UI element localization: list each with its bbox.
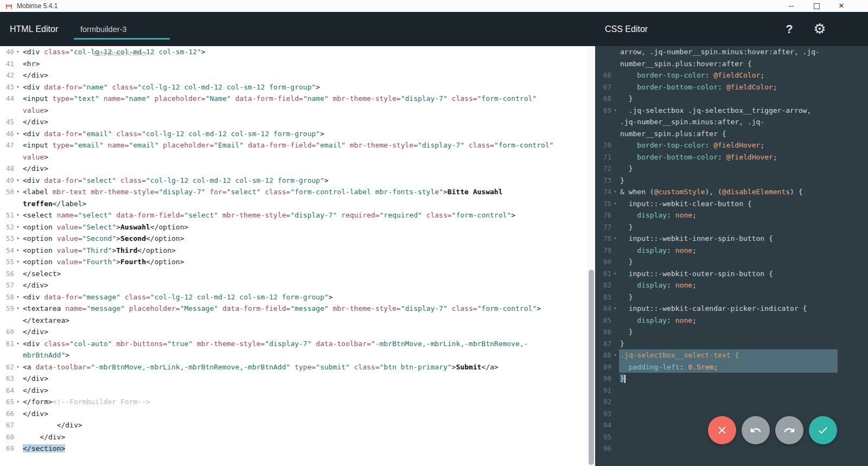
fold-spacer	[14, 198, 22, 210]
code-line: </select>	[22, 268, 588, 280]
redo-button[interactable]	[775, 416, 803, 444]
fold-spacer	[611, 279, 619, 291]
fold-spacer	[611, 326, 619, 338]
code-line: </div>	[22, 431, 588, 443]
fold-spacer	[14, 268, 22, 280]
gutter: 67	[595, 81, 619, 93]
fold-arrow-icon[interactable]: ▾	[611, 105, 619, 117]
close-window-button[interactable]: ✕	[829, 0, 854, 12]
code-line: }	[619, 373, 838, 385]
line-number: 90	[595, 373, 611, 385]
scrollbar-thumb[interactable]	[589, 270, 594, 465]
line-number: 43	[0, 81, 14, 93]
fold-arrow-icon[interactable]: ▾	[14, 291, 22, 303]
code-line: <input type="text" name="name" placehold…	[22, 93, 588, 105]
code-row: 50▾<label mbr-text mbr-theme-style="disp…	[0, 186, 588, 198]
code-row: 91	[595, 385, 868, 397]
fold-arrow-icon[interactable]: ▾	[14, 221, 22, 233]
fold-arrow-icon[interactable]: ▾	[611, 186, 619, 198]
line-number: 94	[595, 419, 611, 431]
code-line: input::-webkit-calendar-picker-indicator…	[619, 303, 838, 315]
line-number: 66	[0, 408, 14, 420]
tab-label: formbuilder-3	[80, 25, 126, 34]
gutter: 84▾	[595, 303, 619, 315]
fold-arrow-icon[interactable]: ▾	[14, 396, 22, 408]
header: HTML Editor formbuilder-3 CSS Editor ? ⚙	[0, 12, 868, 46]
fold-arrow-icon[interactable]: ▾	[14, 175, 22, 187]
fold-arrow-icon[interactable]: ▾	[14, 46, 22, 58]
code-row: 44<input type="text" name="name" placeho…	[0, 93, 588, 105]
fold-arrow-icon[interactable]: ▾	[611, 198, 619, 210]
gutter: 75▾	[595, 198, 619, 210]
fold-spacer	[611, 139, 619, 151]
line-number: 68	[0, 431, 14, 443]
line-number: 74	[595, 186, 611, 198]
gutter	[0, 349, 22, 361]
fold-spacer	[14, 116, 22, 128]
line-number: 46	[0, 128, 14, 140]
text-cursor	[624, 375, 626, 383]
fold-arrow-icon[interactable]: ▾	[611, 349, 619, 361]
fold-arrow-icon[interactable]: ▾	[14, 361, 22, 373]
fold-arrow-icon[interactable]: ▾	[14, 209, 22, 221]
html-code-area[interactable]: 40▾<div class="col-lg-12 col-md-12 col-s…	[0, 46, 588, 466]
fold-spacer	[14, 315, 22, 327]
minimize-button[interactable]	[779, 0, 804, 12]
save-changes-button[interactable]	[809, 416, 837, 444]
code-row: 89 padding-left: 0.5rem;	[595, 361, 868, 373]
fold-spacer	[611, 209, 619, 221]
gutter	[0, 198, 22, 210]
gutter: 86	[595, 326, 619, 338]
fold-spacer	[611, 431, 619, 443]
css-code-area[interactable]: arrow, .jq-number__spin.minus:hover:afte…	[595, 46, 868, 466]
code-row: 85 display: none;	[595, 315, 868, 327]
code-line: input::-webkit-clear-button {	[619, 198, 838, 210]
fold-arrow-icon[interactable]: ▾	[611, 233, 619, 245]
code-line: <a data-toolbar="-mbrBtnMove,-mbrLink,-m…	[22, 361, 588, 373]
line-number: 52	[0, 221, 14, 233]
undo-button[interactable]	[742, 416, 770, 444]
fold-arrow-icon[interactable]: ▾	[14, 303, 22, 315]
gutter: 50▾	[0, 186, 22, 198]
code-row: 65▾</form><!--Formbuilder Form-->	[0, 396, 588, 408]
code-row: 61▾<div class="col-auto" mbr-buttons="tr…	[0, 338, 588, 350]
fold-arrow-icon[interactable]: ▾	[611, 268, 619, 280]
gutter: 58▾	[0, 291, 22, 303]
code-row: 67 border-bottom-color: @fieldColor;	[595, 81, 868, 93]
tab-formbuilder-3[interactable]: formbuilder-3	[74, 12, 170, 46]
gutter: 59▾	[0, 303, 22, 315]
code-row: 59▾<textarea name="message" placeholder=…	[0, 303, 588, 315]
gutter: 88▾	[595, 349, 619, 361]
fold-spacer	[14, 419, 22, 431]
fold-spacer	[14, 373, 22, 385]
fold-arrow-icon[interactable]: ▾	[14, 186, 22, 198]
fold-arrow-icon[interactable]: ▾	[14, 128, 22, 140]
gutter: 69	[0, 443, 22, 455]
fold-arrow-icon[interactable]: ▾	[14, 245, 22, 257]
code-line: .jq-selectbox__select-text {	[619, 349, 838, 361]
maximize-button[interactable]	[804, 0, 829, 12]
line-number	[595, 128, 611, 140]
fold-spacer	[611, 291, 619, 303]
settings-button[interactable]: ⚙	[810, 12, 829, 46]
code-row: 81▾ input::-webkit-outer-spin-button {	[595, 268, 868, 280]
help-button[interactable]: ?	[780, 12, 799, 46]
code-line: </section>	[22, 443, 588, 455]
line-number: 75	[595, 198, 611, 210]
code-row: 87}	[595, 338, 868, 350]
html-editor-scrollbar[interactable]	[588, 46, 595, 466]
fold-arrow-icon[interactable]: ▾	[14, 256, 22, 268]
code-line	[619, 396, 838, 408]
discard-changes-button[interactable]	[708, 416, 736, 444]
fold-arrow-icon[interactable]: ▾	[14, 81, 22, 93]
line-number: 72	[595, 163, 611, 175]
fold-arrow-icon[interactable]: ▾	[14, 233, 22, 245]
line-number: 68	[595, 93, 611, 105]
line-number: 66	[595, 69, 611, 81]
fold-arrow-icon[interactable]: ▾	[611, 303, 619, 315]
gutter: 63	[0, 373, 22, 385]
fold-arrow-icon[interactable]: ▾	[14, 338, 22, 350]
code-line: <div data-for="message" class="col-lg-12…	[22, 291, 588, 303]
fold-spacer	[611, 419, 619, 431]
code-line: value>	[22, 105, 588, 117]
